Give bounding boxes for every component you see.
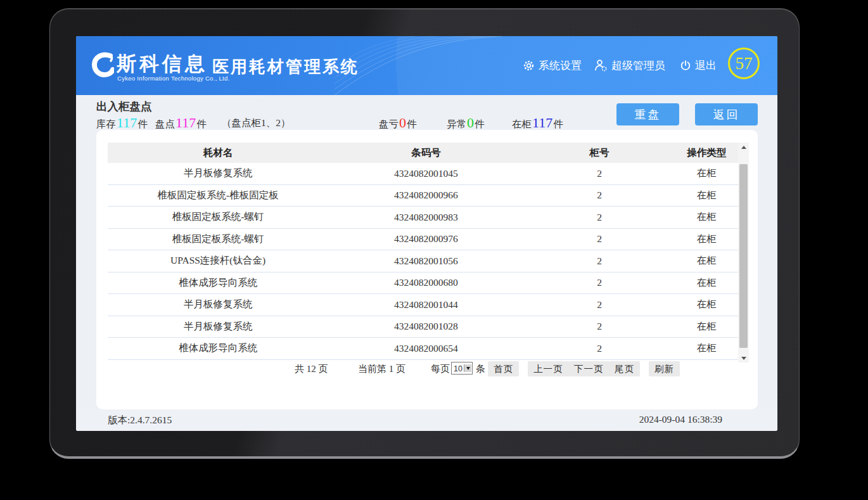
- cell-name: 半月板修复系统: [108, 298, 328, 311]
- scrollbar-down-arrow[interactable]: [738, 354, 749, 362]
- table-header-row: 耗材名 条码号 柜号 操作类型: [108, 143, 738, 163]
- stat-counted-value: 117: [176, 115, 196, 131]
- table-scrollbar[interactable]: [738, 143, 749, 362]
- stat-in-cabinet-label: 在柜: [512, 118, 532, 131]
- stat-stock-label: 库存: [96, 118, 116, 131]
- user-gear-icon: [594, 59, 608, 72]
- gear-icon: [523, 60, 535, 72]
- refresh-button[interactable]: 刷新: [649, 361, 680, 376]
- cell-cabinet: 2: [524, 168, 675, 179]
- stat-loss-label: 盘亏: [379, 118, 399, 131]
- stat-stock-value: 117: [117, 115, 137, 131]
- cell-name: 半月板修复系统: [108, 167, 328, 180]
- table-body: 半月板修复系统43240820010452在柜 椎板固定板系统-椎板固定板432…: [108, 163, 738, 360]
- cell-cabinet: 2: [524, 277, 675, 288]
- cell-operation: 在柜: [675, 210, 738, 224]
- cell-barcode: 4324082000983: [328, 212, 523, 223]
- stat-abnormal-unit: 件: [475, 118, 485, 131]
- recount-button[interactable]: 重盘: [616, 103, 679, 125]
- logout-label: 退出: [695, 58, 717, 73]
- cell-cabinet: 2: [524, 189, 675, 201]
- table-row: 椎板固定板系统-螺钉43240820009762在柜: [108, 229, 738, 251]
- cell-operation: 在柜: [675, 320, 738, 333]
- cell-name: 椎板固定板系统-椎板固定板: [108, 189, 328, 202]
- cell-operation: 在柜: [675, 233, 738, 246]
- stat-counted-label: 盘点: [155, 118, 175, 131]
- cell-name: 椎板固定板系统-螺钉: [108, 233, 328, 246]
- stat-loss-unit: 件: [407, 118, 417, 131]
- cell-barcode: 4324082000654: [328, 343, 523, 354]
- cykeo-logo-icon: [91, 51, 114, 80]
- column-header-name: 耗材名: [108, 146, 328, 160]
- system-settings-button[interactable]: 系统设置: [523, 57, 582, 74]
- current-user-label: 超级管理员: [611, 58, 665, 73]
- previous-page-button[interactable]: 上一页: [528, 361, 569, 376]
- stat-counted-unit: 件: [196, 118, 207, 131]
- stat-counted: 盘点117件: [155, 115, 207, 131]
- brand-name: 斯科信息: [117, 51, 208, 77]
- stat-abnormal: 异常0件: [447, 115, 485, 131]
- per-page-prefix-label: 每页: [431, 362, 450, 376]
- per-page-selected-value: 10: [452, 363, 464, 373]
- table-row: 半月板修复系统43240820010282在柜: [108, 316, 738, 338]
- per-page-suffix-label: 条: [476, 362, 485, 376]
- version-label: 版本:2.4.7.2615: [108, 414, 172, 427]
- stat-loss: 盘亏0件: [379, 115, 417, 131]
- logout-button[interactable]: 退出: [680, 57, 717, 74]
- cell-barcode: 4324082001044: [328, 299, 523, 311]
- cell-operation: 在柜: [675, 276, 738, 290]
- stat-in-cabinet-value: 117: [532, 115, 552, 131]
- pagination-current-page: 当前第 1 页: [358, 362, 405, 376]
- cell-barcode: 4324082001028: [328, 321, 523, 332]
- stat-stock: 库存117件: [96, 115, 148, 131]
- table-row: 半月板修复系统43240820010442在柜: [108, 294, 738, 316]
- app-header: 斯科信息 Cykeo Information Technology Co., L…: [76, 36, 777, 95]
- next-page-button[interactable]: 下一页: [568, 361, 610, 376]
- table-row: 椎板固定板系统-螺钉43240820009832在柜: [108, 207, 738, 229]
- cell-operation: 在柜: [675, 342, 738, 355]
- stat-abnormal-label: 异常: [447, 118, 466, 131]
- header-lines-decoration: [335, 36, 502, 95]
- countdown-badge: 57: [728, 48, 760, 79]
- stat-stock-unit: 件: [137, 118, 148, 131]
- scrollbar-up-arrow[interactable]: [738, 143, 749, 151]
- cell-name: UPASS连接杆(钛合金): [108, 254, 328, 267]
- cell-cabinet: 2: [524, 321, 675, 332]
- stat-in-cabinet: 在柜117件: [512, 115, 563, 131]
- select-dropdown-arrow-icon[interactable]: [464, 364, 471, 372]
- pagination-total-pages: 共 12 页: [295, 362, 328, 376]
- table-row: UPASS连接杆(钛合金)43240820010562在柜: [108, 250, 738, 272]
- cell-cabinet: 2: [524, 255, 675, 267]
- stat-cabinet-note: （盘点柜1、2）: [222, 117, 291, 130]
- column-header-barcode: 条码号: [328, 146, 523, 160]
- cell-barcode: 4324082000680: [328, 277, 523, 288]
- back-button[interactable]: 返回: [695, 103, 758, 125]
- first-page-button[interactable]: 首页: [488, 361, 519, 376]
- cell-operation: 在柜: [675, 167, 738, 180]
- cell-cabinet: 2: [524, 343, 675, 354]
- status-bar: 版本:2.4.7.2615 2024-09-04 16:38:39: [76, 409, 777, 431]
- stat-loss-value: 0: [399, 115, 406, 131]
- app-title: 医用耗材管理系统: [212, 56, 359, 78]
- power-icon: [680, 60, 691, 71]
- cell-cabinet: 2: [524, 212, 675, 223]
- system-settings-label: 系统设置: [539, 58, 582, 73]
- last-page-button[interactable]: 尾页: [609, 361, 640, 376]
- table-row: 椎体成形导向系统43240820006802在柜: [108, 272, 738, 295]
- screen: 斯科信息 Cykeo Information Technology Co., L…: [76, 36, 777, 431]
- cell-operation: 在柜: [675, 254, 738, 267]
- column-header-operation: 操作类型: [675, 146, 738, 160]
- scrollbar-thumb[interactable]: [739, 164, 748, 348]
- datetime-label: 2024-09-04 16:38:39: [639, 414, 722, 425]
- cell-operation: 在柜: [675, 189, 738, 202]
- stat-abnormal-value: 0: [467, 115, 474, 131]
- inventory-table-card: 耗材名 条码号 柜号 操作类型 半月板修复系统43240820010452在柜 …: [96, 130, 758, 409]
- current-user-button[interactable]: 超级管理员: [594, 57, 665, 74]
- table-row: 椎体成形导向系统43240820006542在柜: [108, 338, 738, 360]
- per-page-select[interactable]: 10: [451, 362, 473, 375]
- page-title: 出入柜盘点: [96, 99, 152, 114]
- cell-cabinet: 2: [524, 299, 675, 311]
- cell-barcode: 4324082000976: [328, 233, 523, 245]
- cell-name: 椎板固定板系统-螺钉: [108, 210, 328, 224]
- cell-name: 椎体成形导向系统: [108, 342, 328, 355]
